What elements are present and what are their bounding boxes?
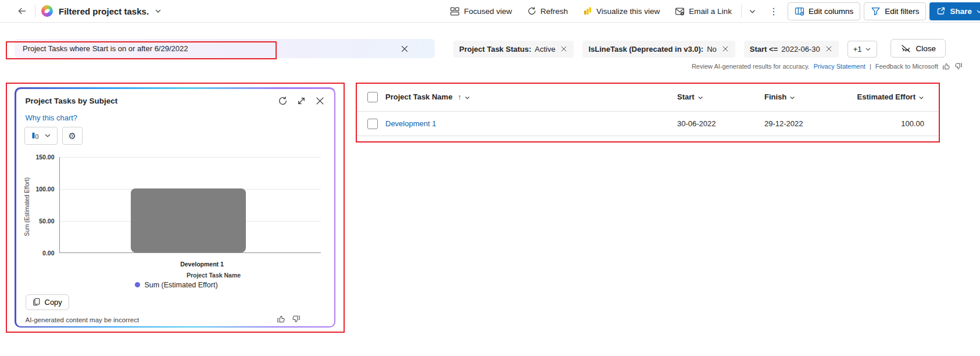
view-selector-chevron-icon[interactable]: [155, 8, 162, 15]
top-command-bar: Filtered project tasks. Focused view Ref…: [0, 0, 980, 23]
start-cell: 30-06-2022: [673, 119, 760, 128]
chart-settings-button[interactable]: ⚙: [62, 127, 83, 145]
share-chevron-icon: [976, 8, 980, 15]
back-arrow-icon: [17, 6, 27, 16]
view-title: Filtered project tasks.: [59, 6, 149, 16]
x-axis-title: Project Task Name: [121, 272, 307, 279]
column-chevron-icon[interactable]: [698, 95, 703, 101]
copilot-icon: [41, 5, 53, 17]
select-all-checkbox[interactable]: [367, 92, 378, 102]
chart-thumbs-up-icon[interactable]: [277, 315, 285, 323]
clear-filter-icon[interactable]: [400, 44, 409, 54]
bar-chart-icon: [31, 131, 40, 140]
focused-view-button[interactable]: Focused view: [444, 2, 518, 20]
ai-disclaimer: AI-generated content may be incorrect: [26, 316, 140, 323]
copy-icon: [33, 298, 41, 306]
chart-type-dropdown[interactable]: [24, 127, 58, 145]
ai-review-line: Review AI-generated results for accuracy…: [692, 62, 963, 70]
privacy-statement-link[interactable]: Privacy Statement: [814, 63, 865, 70]
divider: [35, 5, 35, 17]
y-tick: 50.00: [20, 218, 55, 225]
plot-area: [59, 157, 321, 253]
share-button[interactable]: Share: [929, 2, 980, 20]
chevron-down-icon: [44, 132, 51, 139]
legend-dot: [135, 282, 140, 287]
column-chevron-icon[interactable]: [918, 95, 924, 101]
x-category-label: Development 1: [109, 261, 295, 268]
column-header-name[interactable]: Project Task Name ↑: [378, 92, 673, 101]
filter-pill-start[interactable]: Start <= 2022-06-30: [744, 41, 839, 58]
more-commands-button[interactable]: ⋮: [763, 6, 784, 17]
feedback-text: Feedback to Microsoft: [875, 63, 938, 70]
filter-funnel-icon: [871, 6, 881, 16]
edit-columns-icon: [795, 6, 804, 16]
column-chevron-icon[interactable]: [464, 95, 470, 101]
chart-thumbs-down-icon[interactable]: [292, 315, 301, 323]
chart-expand-icon[interactable]: [296, 96, 306, 106]
column-chevron-icon[interactable]: [789, 95, 795, 101]
edit-columns-button[interactable]: Edit columns: [788, 2, 860, 20]
chevron-down-icon: [749, 8, 756, 15]
legend-label: Sum (Estimated Effort): [144, 281, 217, 289]
y-axis-label: Sum (Estimated Effort): [23, 166, 30, 247]
why-this-chart-link[interactable]: Why this chart?: [26, 113, 78, 122]
refresh-icon: [527, 6, 537, 16]
effort-cell: 100.00: [847, 119, 938, 128]
project-tasks-grid: Project Task Name ↑ Start Finish Estimat…: [356, 83, 940, 143]
y-tick: 150.00: [20, 154, 55, 161]
thumbs-up-icon[interactable]: [942, 62, 950, 70]
focused-view-icon: [450, 6, 460, 16]
share-icon: [936, 6, 946, 16]
table-row[interactable]: Development 1 30-06-2022 29-12-2022 100.…: [356, 112, 940, 136]
thumbs-down-icon[interactable]: [954, 62, 963, 70]
finish-cell: 29-12-2022: [760, 119, 847, 128]
chart-close-icon[interactable]: [315, 96, 325, 106]
filter-pill-status[interactable]: Project Task Status: Active: [453, 41, 574, 58]
filter-input-value: Project Tasks where Start is on or after…: [15, 44, 188, 53]
copy-chart-button[interactable]: Copy: [26, 294, 69, 310]
overflow-chevron-button[interactable]: [745, 2, 760, 20]
remove-pill-icon[interactable]: [721, 45, 729, 53]
divider: [741, 5, 742, 17]
bar-chart: Sum (Estimated Effort) 150.00 100.00 50.…: [16, 150, 334, 272]
y-tick: 100.00: [20, 186, 55, 193]
chart-legend: Sum (Estimated Effort): [16, 281, 337, 289]
chart-refresh-icon[interactable]: [278, 96, 288, 106]
grid-header-row: Project Task Name ↑ Start Finish Estimat…: [356, 83, 940, 112]
chart-bar[interactable]: [131, 188, 246, 252]
column-header-finish[interactable]: Finish: [760, 92, 847, 101]
remove-pill-icon[interactable]: [560, 45, 568, 53]
chevron-down-icon: [865, 46, 871, 52]
remove-pill-icon[interactable]: [825, 45, 833, 53]
filter-pills-row: Project Task Status: Active IsLineTask (…: [453, 40, 946, 58]
visualize-view-button[interactable]: Visualize this view: [577, 2, 666, 20]
email-link-button[interactable]: Email a Link: [669, 2, 738, 20]
powerbi-icon: [583, 6, 592, 16]
task-name-link[interactable]: Development 1: [385, 119, 436, 128]
refresh-button[interactable]: Refresh: [521, 2, 574, 20]
filter-pill-islinetask[interactable]: IsLineTask (Deprecated in v3.0): No: [582, 41, 735, 58]
sort-ascending-icon: ↑: [457, 93, 461, 101]
more-filters-pill[interactable]: +1: [847, 41, 877, 58]
column-header-effort[interactable]: Estimated Effort: [847, 92, 938, 101]
gear-icon: ⚙: [69, 131, 76, 140]
edit-filters-button[interactable]: Edit filters: [864, 2, 926, 20]
y-tick: 0.00: [20, 250, 55, 257]
copilot-filter-input[interactable]: Project Tasks where Start is on or after…: [15, 39, 435, 58]
eye-off-icon: [900, 43, 911, 54]
copilot-chart-panel: Project Tasks by Subject Why this chart?…: [15, 87, 335, 327]
ai-review-text: Review AI-generated results for accuracy…: [692, 63, 810, 70]
chart-panel-title: Project Tasks by Subject: [26, 97, 118, 105]
close-filter-button[interactable]: Close: [890, 39, 946, 58]
column-header-start[interactable]: Start: [673, 92, 760, 101]
email-icon: [675, 6, 685, 16]
back-button[interactable]: [15, 4, 29, 18]
row-checkbox[interactable]: [367, 119, 378, 129]
